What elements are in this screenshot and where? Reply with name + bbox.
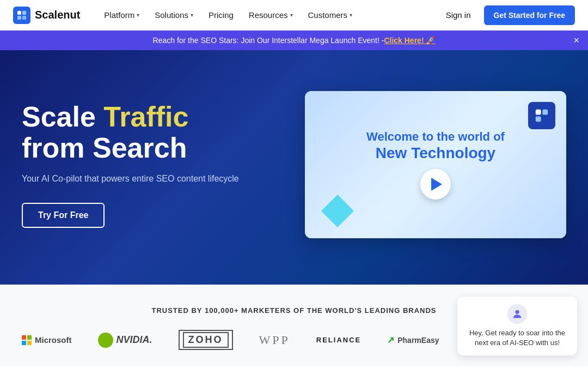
chevron-down-icon: ▾ bbox=[290, 12, 293, 18]
headline-prefix: Scale bbox=[22, 101, 103, 132]
chevron-down-icon: ▾ bbox=[191, 12, 193, 18]
svg-rect-5 bbox=[542, 110, 548, 115]
chevron-down-icon: ▾ bbox=[350, 12, 352, 18]
brand-reliance: RELIANCE bbox=[316, 336, 361, 344]
pharmeasy-icon: ↗ bbox=[387, 335, 394, 345]
svg-rect-2 bbox=[17, 16, 21, 20]
get-started-button[interactable]: Get Started for Free bbox=[484, 5, 575, 25]
svg-point-10 bbox=[515, 310, 519, 313]
nav-item-resources[interactable]: Resources ▾ bbox=[242, 6, 299, 24]
nav-item-pricing[interactable]: Pricing bbox=[202, 6, 240, 24]
headline-suffix: from Search bbox=[22, 132, 187, 164]
brand-microsoft: Microsoft bbox=[22, 335, 72, 345]
hero-video: Welcome to the world of New Technology bbox=[305, 91, 566, 238]
brand-nvidia: NVIDIA. bbox=[98, 333, 152, 348]
video-headline: Welcome to the world of New Technology bbox=[366, 130, 505, 162]
logo-text: Scalenut bbox=[35, 9, 80, 21]
headline-highlight: Traffic bbox=[103, 101, 188, 132]
play-button[interactable] bbox=[420, 169, 451, 200]
hero-headline: Scale Traffic from Search bbox=[22, 101, 272, 164]
navbar: Scalenut Platform ▾ Solutions ▾ Pricing … bbox=[0, 0, 588, 31]
announcement-text: Reach for the SEO Stars: Join Our Inters… bbox=[153, 36, 384, 45]
chevron-down-icon: ▾ bbox=[137, 12, 139, 18]
svg-rect-1 bbox=[22, 11, 26, 15]
chat-bubble: Hey, Get ready to soar into the next era… bbox=[457, 297, 577, 355]
svg-rect-4 bbox=[536, 110, 541, 115]
nav-actions: Sign in Get Started for Free bbox=[439, 5, 575, 25]
trusted-section: TRUSTED BY 100,000+ MARKETERS OF THE WOR… bbox=[0, 285, 588, 366]
nvidia-icon bbox=[98, 333, 113, 348]
nav-item-customers[interactable]: Customers ▾ bbox=[302, 6, 359, 24]
nav-item-platform[interactable]: Platform ▾ bbox=[97, 6, 146, 24]
hero-subtext: Your AI Co-pilot that powers entire SEO … bbox=[22, 172, 272, 185]
nav-links: Platform ▾ Solutions ▾ Pricing Resources… bbox=[97, 6, 439, 24]
nav-item-solutions[interactable]: Solutions ▾ bbox=[148, 6, 200, 24]
video-card[interactable]: Welcome to the world of New Technology bbox=[305, 91, 566, 238]
brand-pharmeasy: ↗ PharmEasy bbox=[387, 335, 439, 345]
logo-decoration bbox=[528, 102, 555, 129]
chat-avatar bbox=[507, 304, 527, 324]
logo-icon bbox=[13, 7, 30, 24]
hero-section: Scale Traffic from Search Your AI Co-pil… bbox=[0, 50, 588, 285]
try-for-free-button[interactable]: Try For Free bbox=[22, 203, 105, 228]
logo[interactable]: Scalenut bbox=[13, 7, 80, 24]
close-button[interactable]: × bbox=[573, 35, 579, 46]
announcement-bar: Reach for the SEO Stars: Join Our Inters… bbox=[0, 31, 588, 50]
announcement-link[interactable]: Click Here! 🚀 bbox=[384, 36, 435, 45]
svg-rect-0 bbox=[17, 11, 21, 15]
hero-content: Scale Traffic from Search Your AI Co-pil… bbox=[22, 101, 272, 228]
svg-rect-3 bbox=[22, 16, 26, 20]
microsoft-icon bbox=[22, 335, 32, 345]
video-text-content: Welcome to the world of New Technology bbox=[366, 130, 505, 200]
signin-button[interactable]: Sign in bbox=[439, 6, 477, 24]
video-subheadline: New Technology bbox=[376, 144, 495, 161]
svg-rect-6 bbox=[536, 116, 541, 122]
brand-zoho: ZOHO bbox=[179, 330, 233, 350]
chat-bubble-text: Hey, Get ready to soar into the next era… bbox=[466, 328, 568, 348]
brand-wpp: WPP bbox=[259, 333, 290, 347]
